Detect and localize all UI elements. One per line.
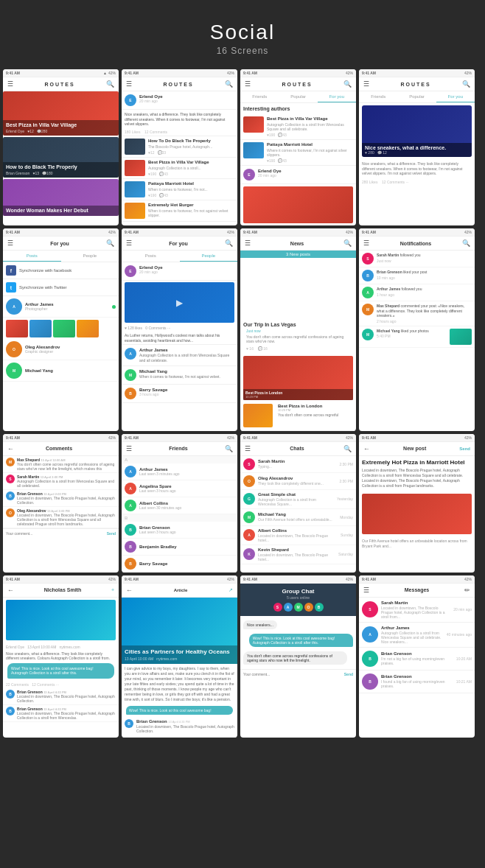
news-card-3[interactable]: Best Pizza in London 10:29 PM You don't …	[240, 401, 356, 431]
friend-albert[interactable]: A Albert Collins Last seen 30 minutes ag…	[122, 497, 237, 514]
menu-icon-10[interactable]: ☰	[126, 445, 132, 452]
menu-icon-8[interactable]: ☰	[363, 239, 369, 247]
author-row-2[interactable]: Pattaya Marriott Hotel Where it comes to…	[240, 140, 356, 166]
post-meta: 180 Likes 12 Comments	[122, 128, 237, 136]
post-text-6: As Luther returns, Hollywood's coolest m…	[122, 332, 237, 345]
friend-arthur[interactable]: A Arthur James Last seen 3 minutes ago	[122, 463, 237, 480]
search-icon-5[interactable]: 🔍	[106, 239, 114, 247]
group-send-button[interactable]: Send	[344, 672, 353, 676]
search-icon-10[interactable]: 🔍	[225, 445, 233, 452]
tab-foryou-4[interactable]: For you	[436, 91, 475, 102]
menu-icon-4[interactable]: ☰	[363, 80, 369, 88]
menu-icon-16[interactable]: ☰	[363, 587, 369, 594]
erlend-post[interactable]: E Erlend Oye 20 min ago	[122, 262, 237, 281]
share-btn-14[interactable]: ↗	[228, 587, 233, 593]
search-icon-3[interactable]: 🔍	[343, 80, 352, 88]
notif-brian[interactable]: B Brian Grenson liked your post 10 min a…	[359, 267, 475, 284]
author-row-1[interactable]: Best Pizza in Villa Var Village Autograp…	[240, 114, 356, 140]
search-icon-2[interactable]: 🔍	[225, 80, 233, 88]
author-erlend[interactable]: E Erlend Oye 20 min ago	[240, 166, 356, 184]
article-row-1[interactable]: How To Do Black Tie Properly The Boscolo…	[122, 136, 237, 158]
notif-sarah[interactable]: S Sarah Martin followed you Just now	[359, 251, 475, 267]
arthur-avatar-16: A	[362, 626, 378, 643]
tw-sync[interactable]: t Synchronize with Twitter	[3, 279, 119, 296]
tab-friends-3[interactable]: Friends	[240, 91, 279, 102]
fb-sync[interactable]: f Synchronize with facebook	[3, 262, 119, 279]
search-icon-4[interactable]: 🔍	[462, 80, 470, 88]
tab-people-6[interactable]: People	[180, 251, 238, 262]
comment-input-field[interactable]	[6, 531, 105, 536]
send-button-12[interactable]: Send	[459, 447, 470, 451]
brian2-msg-time: 10:21 AM	[456, 679, 472, 684]
chat-sarah[interactable]: S Sarah Martin Typing... 2:30 PM	[240, 456, 356, 473]
friend-barry[interactable]: B Barry Savage	[122, 556, 237, 573]
news-card-1[interactable]: Our Trip In Las Vegas Just now You don't…	[243, 261, 353, 352]
menu-icon-11[interactable]: ☰	[245, 445, 251, 452]
send-button-9[interactable]: Send	[107, 531, 116, 536]
menu-icon-6[interactable]: ☰	[126, 239, 132, 247]
author-michael-6[interactable]: M Michael Yang When it comes to footwear…	[122, 366, 237, 385]
chat-kevin[interactable]: K Kevin Shepard Located in downtown, The…	[240, 545, 356, 564]
friend-brian[interactable]: B Brian Grenson Last seen 3 hours ago	[122, 522, 237, 539]
michael-chat-time: Monday	[340, 515, 353, 519]
menu-icon-2[interactable]: ☰	[126, 80, 132, 88]
author-arthur-6[interactable]: A Arthur James Autograph Collection is a…	[122, 345, 237, 366]
tab-popular-4[interactable]: Popular	[397, 91, 436, 102]
comment-input-area[interactable]: Send	[3, 528, 119, 538]
msg-brian1[interactable]: B Brian Grenson I'm not a big fan of usi…	[359, 648, 475, 671]
people-michael[interactable]: M Michael Yang	[3, 360, 119, 382]
arthur-text-6: Autograph Collection is a stroll from We…	[139, 353, 234, 363]
msg-arthur[interactable]: A Arthur James Autograph Collection is a…	[359, 623, 475, 648]
group-input-area[interactable]: Send	[240, 669, 356, 679]
follow-btn[interactable]: +	[111, 587, 114, 592]
search-icon-8[interactable]: 🔍	[462, 239, 470, 247]
sarah-notif: Sarah Martin followed you	[377, 253, 472, 258]
author-barry-6[interactable]: B Barry Savage 3 hours ago	[122, 385, 237, 403]
status-time-13: 9:41 AM	[6, 577, 20, 581]
menu-icon-7[interactable]: ☰	[245, 239, 251, 247]
search-icon-6[interactable]: 🔍	[225, 239, 233, 247]
simple-chat-name: Great Simple chat	[258, 492, 334, 497]
tab-people-5[interactable]: People	[61, 251, 119, 262]
kevin-chat-name: Kevin Shepard	[258, 547, 335, 552]
search-icon[interactable]: 🔍	[106, 80, 114, 88]
tab-popular-3[interactable]: Popular	[279, 91, 317, 102]
status-time-6: 9:41 AM	[125, 230, 139, 234]
back-icon-14[interactable]: ←	[126, 587, 133, 594]
back-icon-9[interactable]: ←	[7, 445, 14, 452]
people-oleg[interactable]: O Oleg Alexandrov Graphic designer	[3, 339, 119, 360]
chat-oleg[interactable]: O Oleg Alexandrov They look like complet…	[240, 473, 356, 490]
msg-brian2[interactable]: B Brian Grenson I found a big fan of usi…	[359, 671, 475, 693]
sarah-msg-preview: Located in downtown, The Boscolo Prague …	[381, 606, 450, 619]
group-input-field[interactable]	[243, 672, 342, 676]
article-row-3[interactable]: Pattaya Marriott Hotel When it comes to …	[122, 179, 237, 200]
article-row-4[interactable]: Extremely Hot Burger When it comes to fo…	[122, 200, 237, 222]
friend-angelina[interactable]: A Angelina Spare Last seen 3 hours ago	[122, 480, 237, 497]
chat-simple[interactable]: G Great Simple chat Autograph Collection…	[240, 490, 356, 509]
back-button-12[interactable]: ←	[363, 445, 370, 452]
people-arthur[interactable]: A Arthur James Photographer	[3, 296, 119, 318]
menu-icon-5[interactable]: ☰	[7, 239, 13, 247]
tab-posts-6[interactable]: Posts	[122, 251, 180, 262]
max-comment-9: You don't often come across regretful co…	[17, 462, 116, 471]
notif-arthur[interactable]: A Arthur James followed you 1 hour ago	[359, 284, 475, 301]
chat-albert[interactable]: A Albert Collins Located in downtown, Th…	[240, 526, 356, 545]
search-icon-11[interactable]: 🔍	[343, 445, 352, 452]
friend-benjamin[interactable]: B Benjamin Bradley	[122, 539, 237, 556]
chat-michael[interactable]: M Michael Yang Our Fifth Avenue hotel of…	[240, 509, 356, 526]
tab-posts-5[interactable]: Posts	[3, 251, 61, 262]
tab-foryou-3[interactable]: For you	[318, 91, 356, 102]
back-icon-13[interactable]: ←	[7, 587, 14, 594]
notif-max[interactable]: M Max Shepard commented your post: «Nice…	[359, 301, 475, 326]
article-row-2[interactable]: Best Pizza in Villa Var Village Autograp…	[122, 158, 237, 179]
screen-10: 9:41 AM 42% ☰ Friends 🔍 A A Arthur James…	[122, 434, 237, 573]
menu-icon-3[interactable]: ☰	[245, 80, 251, 88]
tab-friends-4[interactable]: Friends	[359, 91, 397, 102]
screen-13: 9:41 AM 42% ← Nicholas Smith + Erlend Oy…	[3, 575, 119, 738]
msg-sarah[interactable]: S Sarah Martin Located in downtown, The …	[359, 598, 475, 623]
search-icon-7[interactable]: 🔍	[343, 239, 352, 247]
new-post-nav: ← New post Send	[359, 442, 475, 456]
menu-icon[interactable]: ☰	[7, 80, 13, 88]
notif-michael[interactable]: M Michael Yang liked your photos 5:40 PM	[359, 326, 475, 348]
compose-icon[interactable]: ✏	[464, 587, 470, 594]
